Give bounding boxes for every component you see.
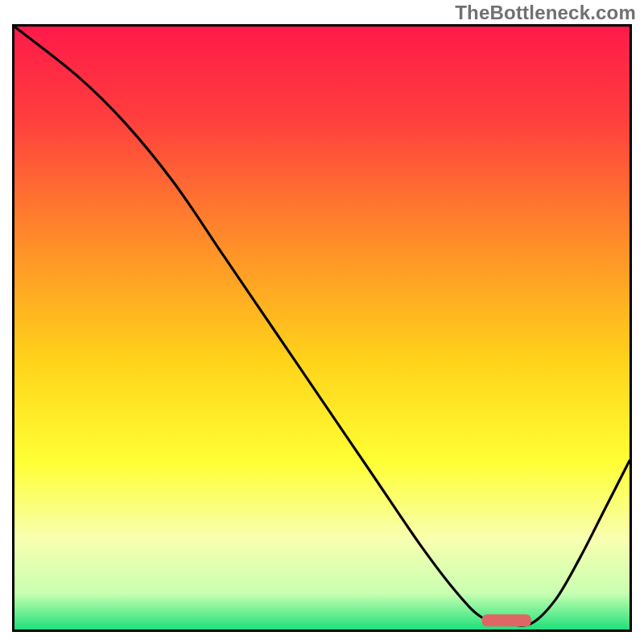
chart-stage: TheBottleneck.com	[0, 0, 644, 644]
optimal-range-marker	[482, 614, 531, 626]
watermark-text: TheBottleneck.com	[455, 2, 636, 24]
chart-background	[14, 27, 630, 630]
plot-frame	[12, 24, 632, 632]
chart-svg	[14, 27, 630, 630]
